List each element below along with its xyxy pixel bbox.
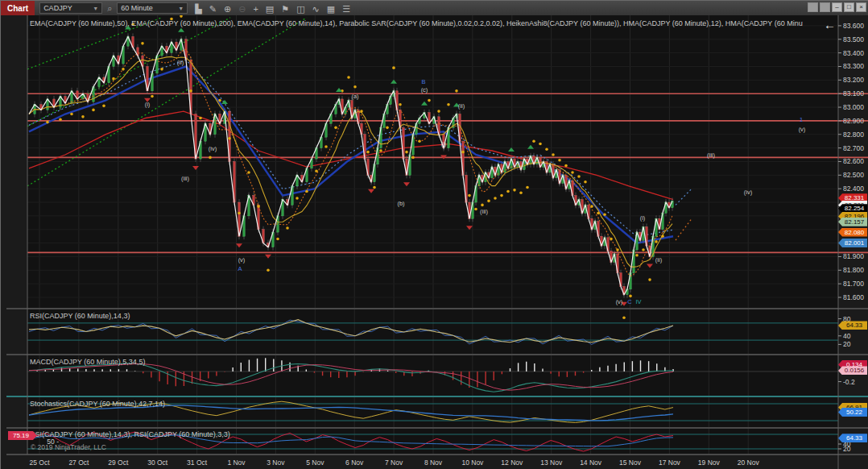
date-axis-label: 15 Nov: [619, 459, 642, 467]
sar-dot: [81, 115, 85, 118]
wave-annotation: (iv): [744, 189, 753, 196]
wave-annotation: (a): [351, 93, 359, 100]
price-axis-tick: 82.800: [843, 131, 864, 139]
stoch-panel-label: Stochastics(CADJPY (60 Minute),42,7,14): [30, 400, 165, 408]
sar-dot: [257, 205, 260, 208]
sar-dot: [379, 149, 382, 152]
price-axis-tick: 81.900: [843, 252, 864, 260]
panel-axis-tick: 20: [843, 445, 851, 453]
value-tag: 82.157: [838, 218, 867, 226]
sar-dot: [122, 68, 125, 71]
wave-annotation: (iv): [209, 145, 217, 152]
date-axis-label: 14 Nov: [580, 459, 602, 467]
date-axis-label: 5 Nov: [306, 459, 324, 467]
search-icon[interactable]: ⌕: [107, 3, 112, 14]
price-axis-tick: 81.800: [843, 266, 864, 274]
sar-dot: [286, 226, 289, 230]
sar-dot: [228, 137, 231, 140]
titlebar: Chart CADJPY ▼ ⌕ 60 Minute ▼ ▙✎⊕⊖+▤⚑◫∿▦☰…: [1, 1, 868, 15]
zoom-out-icon[interactable]: ⊖: [238, 4, 246, 14]
wave-annotation: (iii): [181, 175, 189, 182]
rsi-panel-label: RSI(CADJPY (60 Minute),14,3): [30, 312, 130, 320]
price-axis-tick: 82.700: [843, 144, 864, 152]
price-axis-tick: 81.700: [843, 280, 864, 288]
value-tag: 64.33: [838, 434, 867, 442]
panel-axis-tick: -0.2: [843, 378, 855, 386]
copyright-text: © 2019 NinjaTrader, LLC: [31, 443, 106, 451]
chart-tab[interactable]: Chart: [1, 1, 35, 15]
price-axis-tick: 82.600: [843, 157, 864, 165]
sar-dot: [334, 127, 337, 130]
interval-dropdown[interactable]: 60 Minute ▼: [117, 2, 188, 14]
panel-axis-tick: 20: [843, 340, 851, 348]
indicators-icon[interactable]: ∿: [312, 4, 320, 14]
instrument-value: CADJPY: [43, 4, 72, 12]
sar-dot: [428, 99, 431, 102]
window-extra2-button[interactable]: [820, 2, 830, 12]
sar-dot: [610, 238, 613, 241]
sar-dot: [603, 213, 606, 216]
sar-dot: [276, 238, 279, 241]
chart-trader-icon[interactable]: ⚑: [281, 4, 289, 14]
wave-annotation: (v): [799, 126, 806, 133]
sar-dot: [366, 151, 370, 154]
sar-dot: [315, 169, 318, 172]
price-axis-tick: 83.500: [843, 35, 864, 44]
instrument-dropdown[interactable]: CADJPY ▼: [39, 2, 102, 14]
wave-annotation: (v): [616, 298, 623, 305]
sar-dot: [59, 118, 62, 121]
price-axis-tick: 81.600: [843, 293, 864, 301]
chart-area[interactable]: (i)(ii)(iii)(iv)(v)A(a)B(c)(b)(i)(ii)(ii…: [1, 15, 868, 469]
zoom-in-icon[interactable]: ⊕: [224, 4, 231, 14]
price-axis-tick: 82.500: [843, 171, 864, 179]
date-axis-label: 25 Oct: [29, 459, 50, 467]
sar-dot: [519, 191, 523, 194]
sar-dot: [386, 127, 389, 130]
report-icon[interactable]: ▤: [266, 4, 274, 14]
restore-button[interactable]: □: [844, 2, 854, 12]
date-axis-label: 7 Nov: [385, 459, 403, 467]
indicator-header: EMA(CADJPY (60 Minute),50), EMA(CADJPY (…: [30, 19, 803, 27]
date-axis-label: 19 Nov: [698, 459, 721, 467]
sar-dot: [526, 186, 529, 189]
sar-dot: [590, 205, 593, 208]
price-axis-tick: 83.300: [843, 62, 864, 70]
back-arrow-button[interactable]: ←: [824, 18, 836, 31]
sar-dot: [635, 254, 639, 257]
date-axis-label: 10 Nov: [461, 459, 484, 467]
sar-dot: [539, 143, 542, 146]
sar-dot: [487, 200, 490, 203]
data-series-icon[interactable]: ☰: [342, 4, 350, 14]
wave-annotation: A: [238, 265, 242, 272]
date-axis-label: 3 Nov: [267, 459, 285, 467]
sar-dot: [500, 194, 503, 197]
minimize-button[interactable]: –: [832, 2, 842, 12]
wave-annotation: (b): [397, 200, 405, 207]
sar-dot: [209, 156, 212, 160]
sar-dot: [474, 208, 477, 211]
wave-annotation: (i): [145, 101, 151, 108]
sar-dot: [405, 151, 408, 154]
price-axis-tick: 83.100: [843, 89, 864, 98]
date-axis-label: 6 Nov: [345, 459, 364, 467]
close-button[interactable]: ×: [856, 2, 866, 12]
panel-axis-tick: 40: [843, 332, 851, 340]
draw-icon[interactable]: ✎: [209, 4, 217, 14]
date-axis-label: 20 Nov: [738, 459, 760, 467]
date-axis-label: 27 Oct: [68, 459, 89, 467]
market-analyzer-icon[interactable]: ◫: [296, 4, 304, 14]
sar-dot: [189, 89, 192, 93]
chart-style-icon[interactable]: ▙: [195, 4, 201, 14]
chevron-down-icon: ▼: [178, 6, 184, 11]
sar-dot: [532, 139, 535, 143]
value-tag: 82.080: [838, 228, 867, 237]
wave-annotation: (ii): [458, 102, 465, 110]
price-axis-tick: 83.200: [843, 76, 864, 84]
sar-dot: [418, 139, 421, 143]
window-extra1-button[interactable]: [808, 2, 818, 12]
date-axis-label: 17 Nov: [659, 459, 681, 467]
sar-dot: [112, 77, 115, 81]
properties-icon[interactable]: ▦: [327, 4, 335, 14]
crosshair-icon[interactable]: +: [253, 4, 258, 14]
sar-dot: [461, 151, 465, 154]
